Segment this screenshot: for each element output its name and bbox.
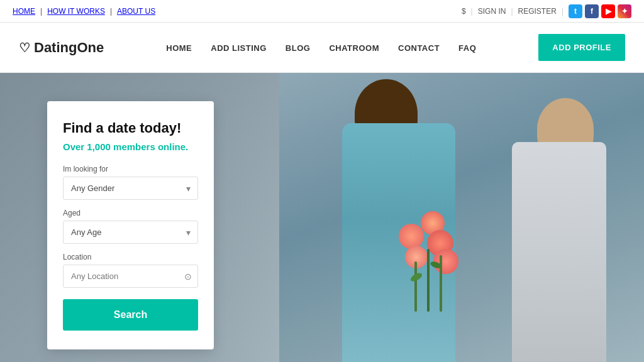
roses-decoration xyxy=(392,211,468,312)
nav-contact[interactable]: CONTACT xyxy=(398,43,440,53)
register-link[interactable]: REGISTER xyxy=(518,7,557,16)
sep2: | xyxy=(110,7,112,16)
twitter-icon[interactable]: t xyxy=(569,4,582,18)
location-pin-icon: ⊙ xyxy=(184,272,192,282)
location-input-wrapper: ⊙ xyxy=(63,265,198,288)
nav-links: HOME ADD LISTING BLOG CHATROOM CONTACT F… xyxy=(166,42,476,53)
stem2 xyxy=(427,249,430,312)
hero-photo-bg xyxy=(279,73,644,362)
rose1 xyxy=(399,224,424,249)
add-profile-button[interactable]: ADD PROFILE xyxy=(538,34,625,61)
nav-add-listing[interactable]: ADD LISTING xyxy=(211,43,267,53)
facebook-icon[interactable]: f xyxy=(585,4,599,18)
hero-photo xyxy=(279,73,644,362)
topnav-how-it-works[interactable]: HOW IT WORKS xyxy=(47,7,105,16)
logo-heart-icon: ♡ xyxy=(19,40,30,55)
main-nav: ♡ DatingOne HOME ADD LISTING BLOG CHATRO… xyxy=(0,23,644,73)
woman-body-shape xyxy=(512,142,606,362)
social-icons: t f ▶ ✦ xyxy=(569,4,631,18)
gender-form-group: Im looking for Any Gender Male Female Ot… xyxy=(63,165,198,200)
logo-dating: Dating xyxy=(34,40,77,55)
topnav-home[interactable]: HOME xyxy=(13,7,35,16)
location-label: Location xyxy=(63,253,198,261)
gender-select[interactable]: Any Gender Male Female Other xyxy=(63,177,198,200)
location-input[interactable] xyxy=(63,265,198,288)
sign-in-link[interactable]: SIGN IN xyxy=(478,7,506,16)
hero-subtitle: Over 1,000 members online. xyxy=(63,141,198,152)
sep1: | xyxy=(40,7,42,16)
location-form-group: Location ⊙ xyxy=(63,253,198,288)
rose5 xyxy=(433,249,458,274)
search-button[interactable]: Search xyxy=(63,299,198,331)
age-select[interactable]: Any Age 18-25 26-35 36-45 46-55 55+ xyxy=(63,221,198,244)
hero-title: Find a date today! xyxy=(63,120,198,136)
top-bar-nav: HOME | HOW IT WORKS | ABOUT US xyxy=(13,7,155,16)
logo[interactable]: ♡ DatingOne xyxy=(19,40,104,56)
nav-home[interactable]: HOME xyxy=(166,43,192,53)
logo-text: DatingOne xyxy=(34,40,104,56)
age-form-group: Aged Any Age 18-25 26-35 36-45 46-55 55+ xyxy=(63,209,198,244)
nav-faq[interactable]: FAQ xyxy=(458,43,476,53)
topnav-about-us[interactable]: ABOUT US xyxy=(117,7,155,16)
top-bar: HOME | HOW IT WORKS | ABOUT US $ | SIGN … xyxy=(0,0,644,23)
stem1 xyxy=(414,261,417,312)
age-select-wrapper: Any Age 18-25 26-35 36-45 46-55 55+ xyxy=(63,221,198,244)
youtube-icon[interactable]: ▶ xyxy=(601,4,615,18)
nav-blog[interactable]: BLOG xyxy=(286,43,311,53)
top-bar-right: $ | SIGN IN | REGISTER | t f ▶ ✦ xyxy=(462,4,631,18)
logo-one: One xyxy=(77,40,104,55)
aged-label: Aged xyxy=(63,209,198,217)
instagram-icon[interactable]: ✦ xyxy=(618,4,631,18)
hero-section: Find a date today! Over 1,000 members on… xyxy=(0,73,644,362)
nav-chatroom[interactable]: CHATROOM xyxy=(329,43,379,53)
search-card: Find a date today! Over 1,000 members on… xyxy=(47,101,214,349)
currency-link[interactable]: $ xyxy=(462,7,466,16)
looking-for-label: Im looking for xyxy=(63,165,198,173)
gender-select-wrapper: Any Gender Male Female Other xyxy=(63,177,198,200)
